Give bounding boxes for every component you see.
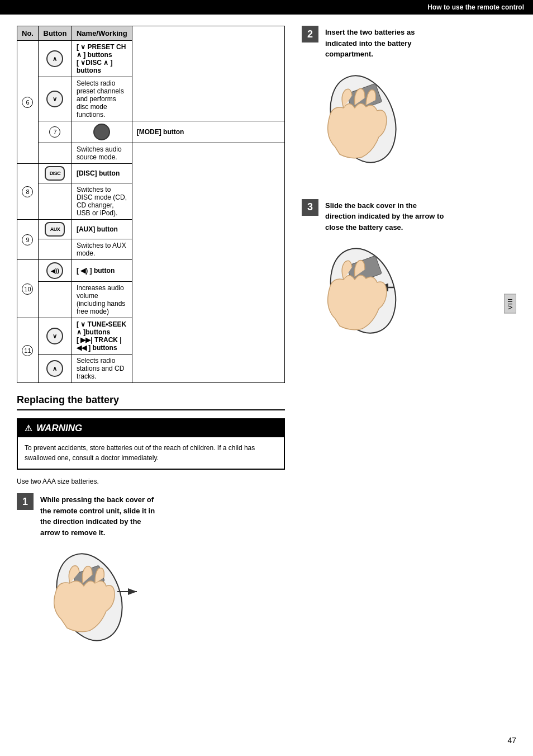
step-1-number: 1 — [17, 493, 34, 510]
table-row: Switches audio source mode. — [17, 143, 285, 164]
warning-triangle-icon: ⚠ — [25, 423, 32, 433]
table-row: 10 ◀)) [ ◀) ] button — [17, 260, 285, 282]
table-row: 9 AUX [AUX] button — [17, 220, 285, 239]
row-number-10: 10 — [17, 260, 39, 318]
row-number-11: 11 — [17, 318, 39, 383]
row-desc-7: Switches audio source mode. — [72, 143, 132, 164]
row-desc-9: Switches to AUX mode. — [72, 239, 132, 260]
use-text: Use two AAA size batteries. — [17, 478, 285, 485]
step-1-text: While pressing the back cover of the rem… — [40, 493, 155, 538]
header-title: How to use the remote control — [427, 3, 524, 11]
step-1-container: 1 While pressing the back cover of the r… — [17, 493, 285, 538]
section-title: Replacing the battery — [17, 394, 285, 410]
btn-empty-10 — [38, 282, 72, 318]
col-button: Button — [38, 26, 72, 41]
step-3-illustration — [307, 242, 516, 349]
table-row: Switches to DISC mode (CD, CD changer, U… — [17, 183, 285, 220]
table-row: Increases audio volume (including hands … — [17, 282, 285, 318]
btn-up-11: ∧ — [38, 355, 72, 383]
warning-header: ⚠ WARNING — [18, 419, 284, 437]
step-3-number: 3 — [302, 199, 318, 216]
btn-aux-9: AUX — [38, 220, 72, 239]
row-number-6: 6 — [17, 41, 39, 164]
row-name-6a: [ ∨ PRESET CH ∧ ] buttons [ ∨DISC ∧ ] bu… — [72, 41, 132, 77]
row-desc-6: Selects radio preset channels and perfor… — [72, 77, 132, 121]
col-name: Name/Working — [72, 26, 132, 41]
row-desc-11: Selects radio stations and CD tracks. — [72, 355, 132, 383]
btn-empty-7 — [38, 143, 72, 164]
row-name-11a: [ ∨ TUNE•SEEK ∧ ]buttons [ ▶▶| TRACK |◀◀… — [72, 318, 132, 355]
table-row: 7 ● [MODE] button — [17, 121, 285, 143]
header-bar: How to use the remote control — [0, 0, 533, 15]
step-3-container: 3 Slide the back cover in the direction … — [302, 199, 516, 233]
row-name-7a: [MODE] button — [132, 121, 284, 143]
warning-box: ⚠ WARNING To prevent accidents, store ba… — [17, 418, 285, 470]
row-number-8: 8 — [17, 164, 39, 220]
row-desc-8: Switches to DISC mode (CD, CD changer, U… — [72, 183, 132, 220]
btn-up-6: ∧ — [38, 41, 72, 77]
row-desc-10: Increases audio volume (including hands … — [72, 282, 132, 318]
left-column: No. Button Name/Working 6 ∧ [ ∨ PRESET C… — [17, 26, 285, 666]
step-2-container: 2 Insert the two batteries as indicated … — [302, 26, 516, 60]
step-3-text: Slide the back cover in the direction in… — [325, 199, 444, 233]
btn-mode-7: ● — [72, 121, 132, 143]
table-row: 8 DISC [DISC] button — [17, 164, 285, 183]
replacing-battery-section: Replacing the battery ⚠ WARNING To preve… — [17, 394, 285, 660]
row-name-10: [ ◀) ] button — [72, 260, 132, 282]
table-row: 11 ∨ [ ∨ TUNE•SEEK ∧ ]buttons [ ▶▶| TRAC… — [17, 318, 285, 355]
btn-down-11: ∨ — [38, 318, 72, 355]
step-2-illustration — [307, 69, 516, 182]
btn-empty-8 — [38, 183, 72, 220]
row-name-8: [DISC] button — [72, 164, 132, 183]
warning-body: To prevent accidents, store batteries ou… — [18, 437, 284, 469]
section-viii-badge: VIII — [504, 294, 516, 314]
row-name-9: [AUX] button — [72, 220, 132, 239]
btn-empty-9 — [38, 239, 72, 260]
warning-label: WARNING — [36, 423, 82, 434]
table-row: ∨ Selects radio preset channels and perf… — [17, 77, 285, 121]
btn-disc-8: DISC — [38, 164, 72, 183]
btn-vol-10: ◀)) — [38, 260, 72, 282]
col-no: No. — [17, 26, 39, 41]
table-row: Switches to AUX mode. — [17, 239, 285, 260]
row-number-7: 7 — [38, 121, 72, 143]
btn-down-6: ∨ — [38, 77, 72, 121]
step-2-text: Insert the two batteries as indicated in… — [325, 26, 415, 60]
row-number-9: 9 — [17, 220, 39, 260]
page-number: 47 — [507, 736, 516, 745]
step-2-number: 2 — [302, 26, 318, 42]
button-table: No. Button Name/Working 6 ∧ [ ∨ PRESET C… — [17, 26, 285, 383]
right-column: 2 Insert the two batteries as indicated … — [302, 26, 516, 666]
step-1-illustration — [39, 547, 285, 660]
table-row: ∧ Selects radio stations and CD tracks. — [17, 355, 285, 383]
right-col-inner: 2 Insert the two batteries as indicated … — [302, 26, 516, 349]
table-row: 6 ∧ [ ∨ PRESET CH ∧ ] buttons [ ∨DISC ∧ … — [17, 41, 285, 77]
